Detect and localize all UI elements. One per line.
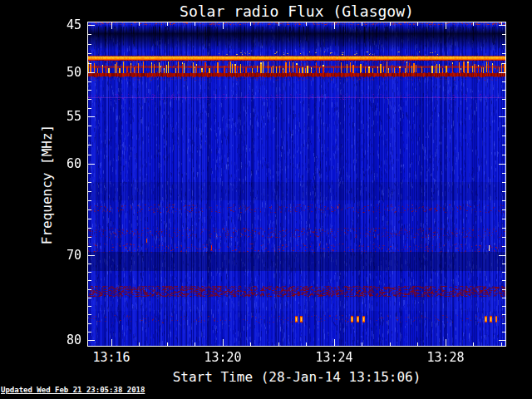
y-minor-tick — [88, 289, 91, 290]
y-major-tick — [88, 72, 95, 73]
y-minor-tick — [88, 90, 91, 91]
y-minor-tick — [88, 145, 91, 145]
y-minor-tick — [502, 246, 505, 247]
y-minor-tick — [88, 81, 91, 82]
x-tick-label: 13:24 — [301, 350, 367, 365]
x-major-tick — [334, 339, 335, 346]
x-major-tick — [334, 22, 335, 29]
y-minor-tick — [88, 126, 91, 126]
y-minor-tick — [502, 332, 505, 332]
y-minor-tick — [88, 246, 91, 247]
x-minor-tick — [417, 342, 418, 346]
y-minor-tick — [88, 34, 91, 35]
y-major-tick — [499, 72, 505, 73]
y-minor-tick — [502, 237, 505, 238]
x-minor-tick — [473, 342, 474, 346]
x-minor-tick — [278, 22, 279, 26]
y-minor-tick — [502, 145, 505, 145]
y-minor-tick — [88, 264, 91, 264]
y-tick-label: 80 — [32, 333, 81, 347]
x-minor-tick — [417, 22, 418, 26]
y-minor-tick — [502, 298, 505, 298]
y-minor-tick — [88, 191, 91, 192]
x-major-tick — [223, 22, 224, 29]
y-minor-tick — [502, 314, 505, 315]
x-major-tick — [223, 339, 224, 346]
y-minor-tick — [502, 289, 505, 290]
spectrogram-canvas — [88, 22, 505, 346]
y-minor-tick — [502, 34, 505, 35]
x-minor-tick — [195, 22, 195, 26]
y-major-tick — [499, 164, 505, 165]
y-major-tick — [88, 164, 95, 165]
figure: Solar radio Flux (Glasgow) Frequency [MH… — [0, 0, 532, 399]
y-minor-tick — [88, 108, 91, 109]
y-minor-tick — [502, 191, 505, 192]
y-major-tick — [499, 340, 505, 341]
y-major-tick — [499, 116, 505, 117]
y-minor-tick — [502, 323, 505, 324]
x-minor-tick — [501, 342, 502, 346]
y-minor-tick — [502, 306, 505, 307]
y-minor-tick — [502, 44, 505, 45]
y-major-tick — [499, 255, 505, 256]
x-minor-tick — [501, 22, 502, 26]
y-minor-tick — [502, 81, 505, 82]
x-minor-tick — [167, 342, 168, 346]
y-minor-tick — [88, 280, 91, 281]
x-major-tick — [446, 22, 446, 29]
y-minor-tick — [502, 228, 505, 229]
y-minor-tick — [88, 323, 91, 324]
x-major-tick — [111, 339, 112, 346]
y-major-tick — [499, 25, 505, 26]
chart-title: Solar radio Flux (Glasgow) — [87, 2, 506, 20]
y-minor-tick — [502, 219, 505, 219]
y-minor-tick — [502, 90, 505, 91]
y-minor-tick — [502, 280, 505, 281]
y-minor-tick — [88, 237, 91, 238]
y-minor-tick — [502, 99, 505, 100]
x-minor-tick — [167, 22, 168, 26]
x-tick-label: 13:20 — [190, 350, 256, 365]
updated-timestamp: Updated Wed Feb 21 23:05:38 2018 — [1, 386, 145, 394]
y-minor-tick — [502, 135, 505, 136]
y-minor-tick — [88, 219, 91, 219]
y-major-tick — [88, 116, 95, 117]
x-minor-tick — [250, 22, 251, 26]
x-minor-tick — [390, 342, 391, 346]
y-minor-tick — [502, 53, 505, 54]
y-minor-tick — [502, 182, 505, 183]
y-minor-tick — [88, 155, 91, 155]
y-minor-tick — [502, 108, 505, 109]
x-minor-tick — [278, 342, 279, 346]
x-tick-label: 13:16 — [78, 350, 145, 365]
x-tick-label: 13:28 — [412, 350, 479, 365]
y-minor-tick — [502, 200, 505, 201]
plot-area — [87, 22, 506, 347]
y-minor-tick — [502, 63, 505, 64]
y-minor-tick — [88, 209, 91, 210]
y-minor-tick — [502, 126, 505, 126]
y-minor-tick — [88, 182, 91, 183]
x-minor-tick — [390, 22, 391, 26]
x-axis-label: Start Time (28-Jan-14 13:15:06) — [87, 369, 506, 385]
x-minor-tick — [306, 342, 307, 346]
x-minor-tick — [362, 22, 362, 26]
x-minor-tick — [362, 342, 362, 346]
y-minor-tick — [88, 298, 91, 298]
y-major-tick — [88, 340, 95, 341]
y-minor-tick — [88, 173, 91, 174]
y-minor-tick — [502, 173, 505, 174]
y-minor-tick — [88, 314, 91, 315]
x-minor-tick — [473, 22, 474, 26]
x-minor-tick — [195, 342, 195, 346]
y-minor-tick — [88, 63, 91, 64]
y-minor-tick — [502, 209, 505, 210]
x-minor-tick — [250, 342, 251, 346]
x-minor-tick — [139, 342, 140, 346]
y-minor-tick — [88, 200, 91, 201]
x-major-tick — [111, 22, 112, 29]
y-minor-tick — [88, 332, 91, 332]
y-axis-label: Frequency [MHz] — [39, 125, 55, 245]
y-minor-tick — [88, 44, 91, 45]
